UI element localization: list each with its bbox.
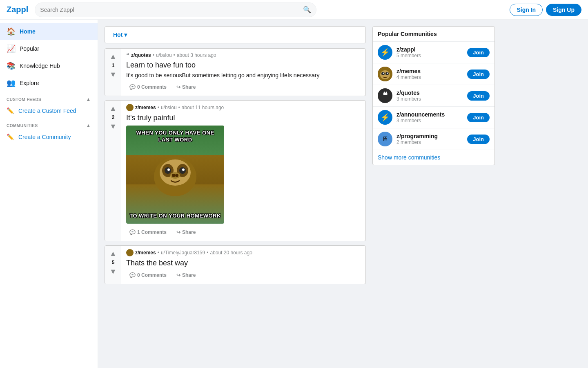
- community-name[interactable]: z/memes: [396, 68, 463, 74]
- meme-bottom-text: TO WRITE ON YOUR HOMEWORK: [126, 211, 224, 221]
- header-actions: Sign In Sign Up: [510, 4, 581, 16]
- create-custom-feed-link[interactable]: ✏️ Create a Custom Feed: [0, 104, 98, 118]
- svg-point-9: [172, 174, 175, 177]
- post-actions: 💬 1 Comments ↪ Share: [126, 227, 361, 238]
- upvote-button[interactable]: ▲: [109, 104, 118, 113]
- svg-point-7: [182, 168, 185, 171]
- join-button[interactable]: Join: [467, 91, 490, 101]
- create-community-link[interactable]: ✏️ Create a Community: [0, 130, 98, 144]
- show-more-communities-link[interactable]: Show more communities: [373, 150, 494, 165]
- post-actions: 💬 0 Comments ↪ Share: [126, 270, 361, 280]
- popular-icon: 📈: [7, 44, 16, 53]
- comments-count: 0 Comments: [137, 272, 167, 278]
- community-members: 2 members: [396, 139, 463, 145]
- comments-icon: 💬: [129, 272, 136, 278]
- post-time: about 20 hours ago: [210, 250, 252, 256]
- community-item: z/memes 4 members Join: [373, 63, 494, 85]
- upvote-button[interactable]: ▲: [109, 249, 118, 258]
- logo: Zappl: [7, 5, 28, 14]
- community-members: 3 members: [396, 96, 463, 102]
- search-bar[interactable]: 🔍: [35, 2, 316, 17]
- custom-feeds-chevron[interactable]: ▲: [86, 96, 91, 102]
- community-name[interactable]: z/announcements: [396, 111, 463, 118]
- community-avatar: [126, 104, 134, 111]
- comments-count: 1 Comments: [137, 229, 167, 235]
- share-label: Share: [182, 84, 196, 90]
- sidebar-item-popular[interactable]: 📈 Popular: [0, 40, 98, 57]
- community-item: 🖥 z/programming 2 members Join: [373, 128, 494, 150]
- post-author[interactable]: u/bslou: [156, 52, 172, 58]
- sort-bar: Hot ▾: [105, 26, 366, 43]
- join-button[interactable]: Join: [467, 135, 490, 144]
- downvote-button[interactable]: ▼: [109, 70, 118, 79]
- post-content: z/memes • u/bslou • about 11 hours ago I…: [121, 101, 365, 241]
- create-feed-icon: ✏️: [7, 107, 14, 114]
- community-name[interactable]: z/programming: [396, 133, 463, 139]
- sidebar-item-knowledge-hub[interactable]: 📚 Knowledge Hub: [0, 57, 98, 74]
- join-button[interactable]: Join: [467, 70, 490, 79]
- header: Zappl 🔍 Sign In Sign Up: [0, 0, 588, 20]
- downvote-button[interactable]: ▼: [109, 122, 118, 131]
- share-label: Share: [182, 272, 196, 278]
- sort-hot-button[interactable]: Hot ▾: [110, 30, 130, 40]
- communities-chevron[interactable]: ▲: [86, 123, 91, 128]
- post-meta: z/memes • u/TimelyJaguar8159 • about 20 …: [126, 249, 361, 256]
- share-button[interactable]: ↪ Share: [173, 82, 199, 92]
- sidebar-item-explore[interactable]: 👥 Explore: [0, 74, 98, 92]
- post-community[interactable]: z/memes: [135, 105, 156, 110]
- comments-icon: 💬: [129, 84, 136, 90]
- create-community-label: Create a Community: [18, 134, 71, 140]
- post-community[interactable]: z/quotes: [131, 52, 151, 58]
- share-icon: ↪: [176, 272, 180, 278]
- post-meta: ❝ z/quotes • u/bslou • about 3 hours ago: [126, 52, 361, 58]
- comments-icon: 💬: [129, 229, 136, 235]
- downvote-button[interactable]: ▼: [109, 267, 118, 276]
- post-time: about 3 hours ago: [177, 52, 216, 58]
- community-info: z/announcements 3 members: [396, 111, 463, 123]
- join-button[interactable]: Join: [467, 113, 490, 122]
- sidebar-knowledge-hub-label: Knowledge Hub: [20, 63, 60, 69]
- quote-icon: ❝: [126, 52, 129, 58]
- main-content: Hot ▾ ▲ 1 ▼ ❝ z/quotes • u/bslou: [98, 20, 588, 368]
- post-author[interactable]: u/TimelyJaguar8159: [161, 250, 205, 256]
- vote-column: ▲ 1 ▼: [105, 49, 121, 96]
- sidebar-item-home[interactable]: 🏠 Home: [0, 23, 98, 40]
- sign-up-button[interactable]: Sign Up: [546, 4, 581, 16]
- share-button[interactable]: ↪ Share: [173, 227, 199, 238]
- share-button[interactable]: ↪ Share: [173, 270, 199, 280]
- share-label: Share: [182, 229, 196, 235]
- post-title[interactable]: Learn to have fun too: [126, 61, 361, 70]
- search-input[interactable]: [40, 7, 303, 13]
- join-button[interactable]: Join: [467, 48, 490, 57]
- vote-count: 2: [112, 114, 115, 120]
- community-name[interactable]: z/quotes: [396, 90, 463, 96]
- custom-feeds-section: CUSTOM FEEDS ▲: [0, 92, 98, 104]
- sort-hot-label: Hot: [113, 31, 122, 38]
- post-actions: 💬 0 Comments ↪ Share: [126, 82, 361, 92]
- post-title[interactable]: Thats the best way: [126, 259, 361, 267]
- community-info: z/quotes 3 members: [396, 90, 463, 102]
- post-community[interactable]: z/memes: [135, 250, 156, 256]
- create-custom-feed-label: Create a Custom Feed: [18, 108, 76, 114]
- community-info: z/programming 2 members: [396, 133, 463, 145]
- popular-communities-widget: Popular Communities ⚡ z/zappl 5 members …: [372, 26, 495, 165]
- comments-count: 0 Comments: [137, 84, 167, 90]
- comments-button[interactable]: 💬 0 Comments: [126, 82, 170, 92]
- meme-top-text: WHEN YOU ONLY HAVE ONE LAST WORD: [126, 128, 224, 145]
- knowledge-hub-icon: 📚: [7, 61, 16, 70]
- post-card: ▲ 2 ▼ z/memes • u/bslou • about 11 hours…: [105, 100, 366, 241]
- home-icon: 🏠: [7, 27, 16, 36]
- comments-button[interactable]: 💬 0 Comments: [126, 270, 170, 280]
- post-title[interactable]: It's truly painful: [126, 114, 361, 122]
- sidebar-home-label: Home: [20, 28, 36, 35]
- svg-point-15: [383, 73, 384, 74]
- post-author[interactable]: u/bslou: [161, 105, 177, 110]
- community-name[interactable]: z/zappl: [396, 46, 463, 53]
- sidebar-popular-label: Popular: [20, 45, 39, 52]
- sign-in-button[interactable]: Sign In: [510, 4, 543, 16]
- comments-button[interactable]: 💬 1 Comments: [126, 227, 170, 238]
- upvote-button[interactable]: ▲: [109, 52, 118, 61]
- community-icon-announcements: ⚡: [378, 110, 392, 125]
- post-content: ❝ z/quotes • u/bslou • about 3 hours ago…: [121, 49, 365, 96]
- widget-title: Popular Communities: [373, 27, 494, 41]
